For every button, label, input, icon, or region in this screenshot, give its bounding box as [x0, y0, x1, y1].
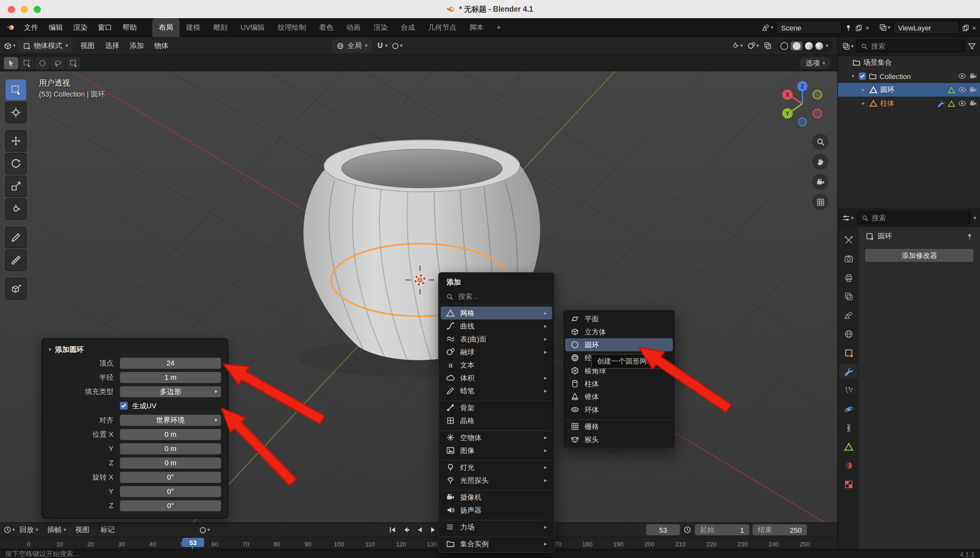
outliner-filter-icon[interactable]: [968, 42, 976, 50]
add-menu-item[interactable]: 体积 ▸: [441, 371, 552, 384]
operator-field[interactable]: 0°: [120, 500, 221, 511]
prev-keyframe-button[interactable]: [400, 524, 412, 535]
workspace-tab[interactable]: 渲染: [367, 18, 394, 37]
add-menu-item[interactable]: 网格 ▸: [441, 307, 552, 320]
operator-field[interactable]: 0°: [120, 471, 221, 483]
mesh-menu-item[interactable]: 栅格: [565, 419, 673, 433]
camera-view-button[interactable]: [812, 174, 828, 190]
collection-checkbox[interactable]: [859, 72, 866, 80]
outliner-row[interactable]: ▸ 圆环: [838, 83, 980, 97]
frame-end-field[interactable]: 结束250: [752, 524, 807, 535]
hide-eye-icon[interactable]: [958, 85, 966, 94]
timeline-menu[interactable]: 插帧▾: [43, 525, 71, 535]
add-modifier-button[interactable]: 添加修改器: [865, 249, 973, 262]
tab-tool[interactable]: [839, 233, 857, 247]
workspace-tab[interactable]: 雕刻: [207, 18, 234, 37]
tab-view-layer[interactable]: [839, 289, 857, 303]
timeline-menu[interactable]: 标记: [96, 525, 121, 535]
render-visibility-camera-icon[interactable]: [969, 85, 977, 94]
add-menu-item[interactable]: 文本: [441, 358, 552, 371]
viewport-menu[interactable]: 添加: [125, 41, 149, 51]
tool-select-lasso[interactable]: [51, 57, 65, 69]
operator-field[interactable]: 生成UV: [120, 400, 221, 411]
shading-wireframe-button[interactable]: [780, 42, 788, 49]
panel-header[interactable]: ▾添加圆环: [49, 343, 221, 356]
tab-texture[interactable]: [839, 477, 857, 491]
hide-eye-icon[interactable]: [958, 72, 966, 80]
operator-field[interactable]: 世界环境 ▾: [120, 414, 221, 425]
gizmos-toggle[interactable]: ▾: [731, 41, 743, 50]
tab-world[interactable]: [839, 327, 857, 341]
tab-modifiers[interactable]: [839, 364, 857, 379]
viewport-menu[interactable]: 视图: [75, 41, 100, 51]
add-menu-item[interactable]: 扬声器: [441, 504, 552, 517]
add-menu-item[interactable]: 融球 ▸: [441, 345, 552, 358]
pin-icon[interactable]: [966, 232, 973, 240]
ortho-toggle-button[interactable]: [812, 194, 828, 210]
tool-tweak[interactable]: [4, 57, 18, 69]
add-menu-item[interactable]: 空物体 ▸: [441, 430, 552, 444]
add-menu-item[interactable]: 图像 ▸: [441, 444, 552, 457]
operator-field[interactable]: 0°: [120, 486, 221, 497]
topbar-menu[interactable]: 窗口: [93, 22, 117, 32]
tool-select-circle[interactable]: [35, 57, 49, 69]
workspace-tab[interactable]: +: [490, 18, 507, 37]
add-menu-item[interactable]: 灯光 ▸: [441, 460, 552, 474]
pan-hand-button[interactable]: [812, 154, 828, 170]
topbar-menu[interactable]: 帮助: [117, 22, 142, 32]
auto-keyframe-button[interactable]: ▾: [199, 526, 210, 534]
shading-material-button[interactable]: [805, 42, 813, 49]
workspace-tab[interactable]: UV编辑: [234, 18, 271, 37]
workspace-tab[interactable]: 建模: [179, 18, 207, 37]
tool-select-extend[interactable]: [66, 57, 80, 69]
tab-material[interactable]: [839, 458, 857, 473]
add-menu-item[interactable]: 表(曲)面 ▸: [441, 333, 552, 345]
timeline-menu[interactable]: 视图: [71, 525, 96, 535]
shading-solid-button[interactable]: [791, 41, 803, 50]
render-visibility-camera-icon[interactable]: [969, 99, 977, 108]
minimize-window-button[interactable]: [21, 6, 28, 13]
tool-options-button[interactable]: 选项▾: [800, 57, 831, 69]
overlays-toggle[interactable]: ▾: [747, 41, 759, 50]
topbar-menu[interactable]: 编辑: [43, 22, 68, 32]
add-menu-item[interactable]: 集合实例 ▸: [441, 537, 552, 550]
viewlayer-new-icon[interactable]: [962, 24, 969, 31]
add-menu-item[interactable]: 光照探头 ▸: [441, 474, 552, 487]
add-menu-search[interactable]: 搜索...: [439, 289, 554, 305]
scene-new-icon[interactable]: [855, 24, 863, 31]
viewport-menu[interactable]: 选择: [100, 41, 125, 51]
workspace-tab[interactable]: 脚本: [463, 18, 490, 37]
add-cube-tool[interactable]: [5, 278, 26, 299]
topbar-menu[interactable]: 渲染: [68, 22, 93, 32]
current-frame-field[interactable]: 53: [646, 524, 680, 535]
add-menu-item[interactable]: 骨架: [441, 400, 552, 414]
outliner-row[interactable]: ▸ 柱体: [838, 97, 980, 110]
scene-pin-icon[interactable]: [845, 24, 852, 31]
operator-field[interactable]: 1 m: [120, 372, 221, 383]
mesh-menu-item[interactable]: 立方体: [565, 325, 673, 338]
play-button[interactable]: [427, 524, 440, 535]
scale-tool[interactable]: [5, 176, 26, 197]
timeline-playhead[interactable]: 53: [182, 538, 204, 547]
operator-field[interactable]: 0 m: [120, 429, 221, 440]
mesh-menu-item[interactable]: 柱体: [565, 377, 673, 390]
mesh-menu-item[interactable]: 圆环: [565, 338, 673, 351]
hide-eye-icon[interactable]: [958, 99, 966, 108]
viewlayer-browse-button[interactable]: ▾: [878, 23, 890, 32]
jump-to-start-button[interactable]: [386, 524, 399, 535]
cursor-tool[interactable]: [5, 102, 26, 123]
mesh-menu-item[interactable]: 平面: [565, 312, 673, 325]
close-window-button[interactable]: [8, 6, 15, 13]
mesh-menu-item[interactable]: 环体: [565, 403, 673, 416]
mesh-menu-item[interactable]: 锥体: [565, 390, 673, 403]
use-preview-range-icon[interactable]: [683, 525, 691, 534]
annotate-tool[interactable]: [5, 227, 26, 248]
add-menu-item[interactable]: 蜡笔 ▸: [441, 384, 552, 397]
outliner-editor-type-button[interactable]: ▾: [842, 42, 854, 50]
move-tool[interactable]: [5, 130, 26, 152]
workspace-tab[interactable]: 合成: [394, 18, 422, 37]
scene-name-field[interactable]: Scene: [776, 21, 842, 34]
play-reverse-button[interactable]: [414, 524, 426, 535]
xray-toggle[interactable]: [763, 41, 772, 50]
tab-scene[interactable]: [839, 308, 857, 322]
